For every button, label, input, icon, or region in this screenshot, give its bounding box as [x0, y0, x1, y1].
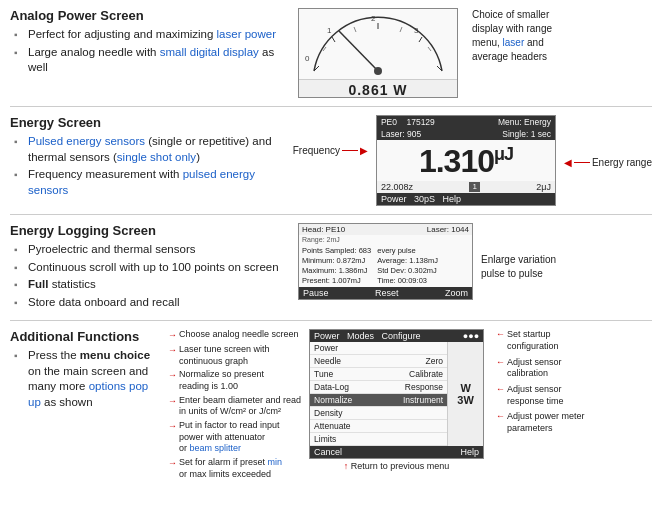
small-display-text: small digital display: [160, 46, 259, 58]
energy-bullets: Pulsed energy sensors (single or repetit…: [10, 134, 285, 198]
addl-bullets: Press the menu choice on the main screen…: [10, 348, 160, 410]
menu-normalize[interactable]: NormalizeInstrument: [310, 394, 447, 407]
analog-text: Analog Power Screen Perfect for adjustin…: [10, 8, 290, 78]
range-arrow-line: [574, 162, 590, 163]
menu-power[interactable]: Power: [310, 342, 447, 355]
addl-header: Power Modes Configure ●●●: [310, 330, 483, 342]
svg-line-11: [400, 27, 402, 32]
freq-arrow-line: [342, 150, 358, 151]
log-bullet-4: Store data onboard and recall: [14, 295, 290, 311]
log-bullet-1: Pyroelectric and thermal sensors: [14, 242, 290, 258]
pulsed-energy-text2: pulsed energy sensors: [28, 168, 255, 196]
log-zoom[interactable]: Zoom: [445, 288, 468, 298]
divider-3: [10, 320, 652, 321]
ann-needle-arrow: →: [168, 330, 177, 342]
addl-footer: Cancel Help: [310, 446, 483, 458]
addl-right-annotations: ← Set startupconfiguration ← Adjust sens…: [492, 329, 622, 435]
logging-screen-area: Head: PE10 Laser: 1044 Range: 2mJ Points…: [298, 223, 473, 300]
addl-screen-area: Power Modes Configure ●●● Power NeedleZe…: [309, 329, 484, 471]
addl-cancel[interactable]: Cancel: [314, 447, 342, 457]
menu-limits[interactable]: Limits: [310, 433, 447, 446]
analog-callout-text: Choice of smallerdisplay with rangemenu,…: [472, 8, 552, 64]
ann-params-arrow: ←: [496, 411, 505, 423]
energy-text: Energy Screen Pulsed energy sensors (sin…: [10, 115, 285, 200]
analog-bullet-2: Large analog needle with small digital d…: [14, 45, 290, 76]
ann-attenuate: → Put in factor to read inputpower with …: [168, 420, 301, 455]
logging-title: Energy Logging Screen: [10, 223, 290, 238]
ann-startup-text: Set startupconfiguration: [507, 329, 559, 352]
ann-limits-arrow: →: [168, 458, 177, 470]
logging-header: Head: PE10 Laser: 1044: [299, 224, 472, 235]
logging-footer: Pause Reset Zoom: [299, 287, 472, 299]
analog-meter: 0 1 2 3: [298, 8, 458, 98]
meter-digital-value: 0.861 W: [299, 79, 457, 98]
energy-header-1: PE0 175129 Menu: Energy: [377, 116, 555, 128]
energy-header2-left: Laser: 905: [381, 129, 421, 139]
svg-text:1: 1: [327, 26, 332, 35]
page-container: Analog Power Screen Perfect for adjustin…: [0, 0, 662, 489]
freq-arrow-tip: ▶: [360, 145, 368, 156]
addl-big-num: 3W: [457, 394, 474, 406]
logging-screen: Head: PE10 Laser: 1044 Range: 2mJ Points…: [298, 223, 473, 300]
addl-bullet-1: Press the menu choice on the main screen…: [14, 348, 160, 410]
energy-freq-val: 22.008z: [381, 182, 413, 192]
single-shot-text: single shot only: [117, 151, 196, 163]
analog-callout: Choice of smallerdisplay with rangemenu,…: [466, 8, 552, 64]
energy-train: 1: [469, 182, 479, 192]
ann-tune: → Laser tune screen withcontinuous graph: [168, 344, 301, 367]
svg-line-5: [332, 37, 335, 42]
energy-footer: Power 30pS Help: [377, 193, 555, 205]
svg-point-14: [374, 67, 382, 75]
addl-menu-list: Power NeedleZero TuneCalibrate Data-LogR…: [310, 342, 447, 446]
log-head-right: Laser: 1044: [427, 225, 469, 234]
svg-line-13: [339, 31, 378, 71]
energy-header2-right: Single: 1 sec: [502, 129, 551, 139]
options-popup-text: options pop up: [28, 380, 148, 408]
addl-bottom-note: ↑ Return to previous menu: [344, 461, 450, 471]
svg-text:0: 0: [305, 54, 310, 63]
range-label: Energy range: [592, 157, 652, 168]
svg-line-12: [428, 47, 431, 51]
logging-data: Points Sampled: 683 Minimum: 0.872mJ Max…: [299, 244, 472, 287]
log-bullet-3: Full statistics: [14, 277, 290, 293]
svg-line-7: [419, 37, 422, 42]
menu-attenuate[interactable]: Attenuate: [310, 420, 447, 433]
log-reset[interactable]: Reset: [375, 288, 399, 298]
ann-limits: → Set for alarm if preset minor max limi…: [168, 457, 301, 480]
ann-limits-text: Set for alarm if preset minor max limits…: [179, 457, 282, 480]
menu-density[interactable]: Density: [310, 407, 447, 420]
ann-norm-arrow: →: [168, 370, 177, 382]
log-pause[interactable]: Pause: [303, 288, 329, 298]
log-head-left: Head: PE10: [302, 225, 345, 234]
energy-header-right: Menu: Energy: [498, 117, 551, 127]
menu-choice-bold: menu choice: [80, 349, 150, 361]
energy-number: 1.310: [419, 143, 494, 179]
addl-help[interactable]: Help: [461, 447, 480, 457]
range-arrow-tip: ◀: [564, 157, 572, 168]
ann-startup-arrow: ←: [496, 329, 505, 341]
log-col-left: Points Sampled: 683 Minimum: 0.872mJ Max…: [302, 246, 371, 285]
svg-line-10: [354, 27, 356, 32]
energy-screen: PE0 175129 Menu: Energy Laser: 905 Singl…: [376, 115, 556, 206]
energy-unit: μJ: [494, 144, 513, 164]
addl-body: Power NeedleZero TuneCalibrate Data-LogR…: [310, 342, 483, 446]
logging-section: Energy Logging Screen Pyroelectric and t…: [10, 223, 652, 312]
menu-datalog[interactable]: Data-LogResponse: [310, 381, 447, 394]
return-arrow: ↑: [344, 461, 349, 471]
energy-footer-text: Power 30pS Help: [381, 194, 461, 204]
frequency-label: Frequency: [293, 145, 340, 156]
menu-tune[interactable]: TuneCalibrate: [310, 368, 447, 381]
menu-needle[interactable]: NeedleZero: [310, 355, 447, 368]
gauge-svg: 0 1 2 3: [299, 9, 457, 77]
log-present: Present: 1.007mJ: [302, 276, 371, 285]
addl-header-text: Power Modes Configure: [314, 331, 421, 341]
ann-tune-text: Laser tune screen withcontinuous graph: [179, 344, 270, 367]
logging-text: Energy Logging Screen Pyroelectric and t…: [10, 223, 290, 312]
addl-screen: Power Modes Configure ●●● Power NeedleZe…: [309, 329, 484, 459]
energy-title: Energy Screen: [10, 115, 285, 130]
log-time: Time: 00:09:03: [377, 276, 438, 285]
log-callout-area: Enlarge variationpulse to pulse: [481, 223, 556, 281]
log-col-right: every pulse Average: 1.138mJ Std Dev: 0.…: [377, 246, 438, 285]
meter-arc-area: 0 1 2 3: [299, 9, 457, 79]
analog-title: Analog Power Screen: [10, 8, 290, 23]
